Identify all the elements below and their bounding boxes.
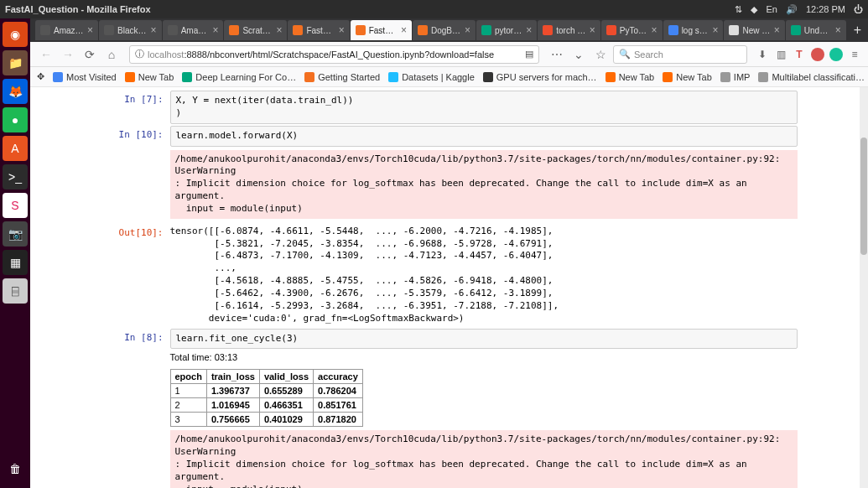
prompt-in: In [8]: xyxy=(101,329,170,489)
network-icon[interactable]: ⇅ xyxy=(735,4,742,15)
search-icon: 🔍 xyxy=(619,49,631,60)
reload-button[interactable]: ⟳ xyxy=(81,45,99,64)
page-content[interactable]: In [7]: X, Y = next(iter(data.train_dl))… xyxy=(30,87,868,488)
browser-tab[interactable]: Understan× xyxy=(786,20,846,40)
tab-label: DogBreeds xyxy=(431,26,461,35)
bookmark-item[interactable]: New Tab xyxy=(663,72,712,82)
bookmark-item[interactable]: Multilabel classificati… xyxy=(758,72,865,82)
browser-tab[interactable]: DogBreeds× xyxy=(413,20,476,40)
browser-tab[interactable]: New fastai× xyxy=(724,20,784,40)
home-button[interactable]: ⌂ xyxy=(102,45,121,64)
dash-icon[interactable]: ◉ xyxy=(3,22,28,47)
browser-tab[interactable]: Black & De× xyxy=(99,20,162,40)
grammarly-icon[interactable] xyxy=(829,48,843,61)
browser-tab[interactable]: Amazon.in:× xyxy=(35,20,98,40)
screenshot-icon[interactable]: 📷 xyxy=(3,221,28,247)
spotify-icon[interactable]: ● xyxy=(3,107,28,132)
info-icon[interactable]: ⓘ xyxy=(135,48,144,60)
reader-icon[interactable]: ▤ xyxy=(525,49,533,60)
app-icon[interactable]: ▦ xyxy=(3,250,28,275)
downloads-icon[interactable]: ⬇ xyxy=(756,48,769,61)
table-cell: 0.466351 xyxy=(259,398,313,413)
cell-in-7: In [7]: X, Y = next(iter(data.train_dl))… xyxy=(101,91,798,124)
slack-icon[interactable]: S xyxy=(3,193,28,218)
bookmark-item[interactable]: Deep Learning For Co… xyxy=(182,72,296,82)
adblock-icon[interactable] xyxy=(811,48,824,61)
library-icon[interactable]: ▥ xyxy=(774,48,787,61)
bookmark-favicon xyxy=(606,72,616,82)
bookmark-label: GPU servers for mach… xyxy=(496,72,597,82)
bookmark-item[interactable]: Datasets | Kaggle xyxy=(388,72,475,82)
url-bar[interactable]: ⓘ localhost:8888/nbconvert/html/Scratchs… xyxy=(129,45,539,64)
tab-close-icon[interactable]: × xyxy=(590,24,595,36)
firefox-icon[interactable]: 🦊 xyxy=(3,79,28,104)
tab-favicon xyxy=(293,25,303,35)
tab-close-icon[interactable]: × xyxy=(774,24,780,36)
tab-close-icon[interactable]: × xyxy=(712,24,718,36)
tab-close-icon[interactable]: × xyxy=(652,24,657,36)
bookmark-item[interactable]: Most Visited xyxy=(53,72,117,82)
scrollbar-thumb[interactable] xyxy=(860,138,867,255)
volume-icon[interactable]: 🔊 xyxy=(786,4,798,15)
updates-icon[interactable]: ◆ xyxy=(751,4,757,15)
table-cell: 0.786204 xyxy=(314,384,363,398)
tab-close-icon[interactable]: × xyxy=(401,24,407,36)
search-box[interactable]: 🔍 Search xyxy=(613,45,747,64)
search-placeholder: Search xyxy=(634,49,663,60)
tab-favicon xyxy=(168,25,178,35)
browser-navbar: ← → ⟳ ⌂ ⓘ localhost:8888/nbconvert/html/… xyxy=(30,42,868,67)
bookmark-item[interactable]: New Tab xyxy=(606,72,655,82)
bookmark-star-icon[interactable]: ☆ xyxy=(591,45,610,64)
tab-close-icon[interactable]: × xyxy=(212,24,218,36)
tab-close-icon[interactable]: × xyxy=(151,24,157,36)
save-pocket-icon[interactable]: ⌄ xyxy=(569,45,588,64)
page-actions-icon[interactable]: ⋯ xyxy=(548,45,566,64)
power-icon[interactable]: ⏻ xyxy=(854,4,863,14)
tab-favicon xyxy=(543,25,553,35)
total-time: Total time: 03:13 xyxy=(170,349,798,366)
bookmark-item[interactable]: GPU servers for mach… xyxy=(483,72,597,82)
tab-close-icon[interactable]: × xyxy=(465,24,470,36)
browser-tab[interactable]: log softma× xyxy=(663,20,724,40)
terminal-icon[interactable]: >_ xyxy=(3,164,28,189)
tab-close-icon[interactable]: × xyxy=(276,24,282,36)
browser-tab[interactable]: FastAI_Qu× xyxy=(288,20,349,40)
browser-tab[interactable]: Scratchspa× xyxy=(224,20,287,40)
tab-close-icon[interactable]: × xyxy=(835,24,841,36)
bookmark-label: IMP xyxy=(734,72,751,82)
table-cell: 1.396737 xyxy=(206,384,259,398)
browser-tab[interactable]: pytorch ad× xyxy=(476,20,537,40)
code-input[interactable]: learn.fit_one_cycle(3) xyxy=(170,329,798,350)
bookmark-item[interactable]: IMP xyxy=(720,72,751,82)
bookmark-item[interactable]: Getting Started xyxy=(304,72,380,82)
browser-tab[interactable]: PyTorch: p× xyxy=(601,20,663,40)
vertical-scrollbar[interactable] xyxy=(860,87,868,488)
browser-tab[interactable]: FastAI_Qu× xyxy=(351,20,412,40)
code-input[interactable]: learn.model.forward(X) xyxy=(170,126,798,147)
bookmark-favicon xyxy=(720,72,730,82)
browser-tab[interactable]: torch — Py× xyxy=(538,20,600,40)
trash-icon[interactable]: 🗑 xyxy=(3,456,28,481)
bookmark-label: New Tab xyxy=(676,72,712,82)
bookmark-item[interactable]: New Tab xyxy=(125,72,174,82)
prompt-in: In [10]: xyxy=(101,126,170,222)
tab-close-icon[interactable]: × xyxy=(526,24,532,36)
files-icon[interactable]: 📁 xyxy=(3,50,28,75)
menu-icon[interactable]: ≡ xyxy=(848,48,861,61)
text-icon[interactable]: T xyxy=(793,48,806,61)
tab-close-icon[interactable]: × xyxy=(339,24,345,36)
bookmarks-menu[interactable]: ✥ xyxy=(37,71,44,82)
back-button[interactable]: ← xyxy=(37,45,55,64)
clock[interactable]: 12:28 PM xyxy=(806,4,845,14)
language-indicator[interactable]: En xyxy=(766,4,777,14)
drive-icon[interactable]: ⌸ xyxy=(3,278,28,304)
software-icon[interactable]: A xyxy=(3,136,28,161)
new-tab-button[interactable]: + xyxy=(847,23,868,38)
warning-output: /home/anukoolpurohit/anaconda3/envs/Torc… xyxy=(170,430,798,488)
bookmarks-bar: ✥Most VisitedNew TabDeep Learning For Co… xyxy=(30,67,868,87)
code-input[interactable]: X, Y = next(iter(data.train_dl)) ) xyxy=(170,91,798,124)
browser-tab[interactable]: Amazon.in× xyxy=(163,20,224,40)
tab-close-icon[interactable]: × xyxy=(87,24,93,36)
forward-button[interactable]: → xyxy=(59,45,77,64)
tab-favicon xyxy=(668,25,678,35)
